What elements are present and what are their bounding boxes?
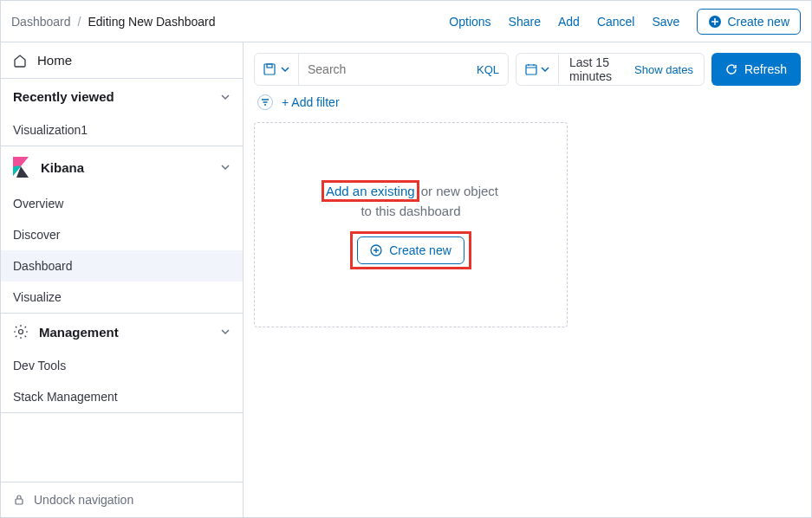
breadcrumb-root[interactable]: Dashboard bbox=[11, 15, 71, 29]
recently-viewed-title: Recently viewed bbox=[13, 89, 114, 104]
chevron-down-icon bbox=[220, 327, 231, 337]
kibana-title: Kibana bbox=[41, 160, 84, 175]
top-actions: Options Share Add Cancel Save Create new bbox=[449, 9, 801, 35]
sidebar-item-overview[interactable]: Overview bbox=[1, 188, 243, 219]
main-panel: KQL Last 15 minutes Show dates Refresh +… bbox=[244, 42, 811, 517]
sidebar-item-visualize[interactable]: Visualize bbox=[1, 282, 243, 313]
sidebar-item-discover[interactable]: Discover bbox=[1, 219, 243, 250]
recently-viewed-item[interactable]: Visualization1 bbox=[1, 114, 243, 146]
top-bar: Dashboard / Editing New Dashboard Option… bbox=[1, 1, 811, 42]
dropzone-create-new-label: Create new bbox=[389, 243, 451, 257]
kibana-header[interactable]: Kibana bbox=[1, 146, 243, 188]
save-query-icon bbox=[263, 63, 276, 75]
undock-navigation[interactable]: Undock navigation bbox=[1, 482, 243, 517]
create-new-highlight: Create new bbox=[352, 233, 470, 268]
share-link[interactable]: Share bbox=[509, 15, 541, 29]
lock-icon bbox=[13, 494, 25, 506]
chevron-down-icon bbox=[220, 92, 231, 102]
chevron-down-icon bbox=[541, 65, 549, 74]
filter-options-icon[interactable] bbox=[257, 94, 273, 110]
management-header[interactable]: Management bbox=[1, 314, 243, 350]
add-existing-link[interactable]: Add an existing bbox=[323, 182, 418, 200]
svg-rect-4 bbox=[267, 64, 272, 68]
sidebar-item-devtools[interactable]: Dev Tools bbox=[1, 350, 243, 381]
recently-viewed-header[interactable]: Recently viewed bbox=[1, 79, 243, 114]
cancel-link[interactable]: Cancel bbox=[597, 15, 635, 29]
chevron-down-icon bbox=[220, 162, 231, 172]
dropzone-text: Add an existing or new object to this da… bbox=[323, 182, 498, 221]
saved-query-button[interactable] bbox=[255, 54, 299, 85]
sidebar-item-dashboard[interactable]: Dashboard bbox=[1, 250, 243, 282]
management-title: Management bbox=[39, 325, 119, 340]
show-dates-link[interactable]: Show dates bbox=[624, 63, 704, 76]
home-icon bbox=[13, 54, 27, 68]
dropzone-text-or-new: or new object bbox=[418, 184, 498, 198]
query-bar: KQL Last 15 minutes Show dates Refresh bbox=[254, 53, 801, 86]
dropzone-text-line2: to this dashboard bbox=[361, 204, 460, 218]
breadcrumb-current: Editing New Dashboard bbox=[88, 15, 215, 29]
svg-rect-5 bbox=[526, 65, 536, 74]
add-filter-link[interactable]: + Add filter bbox=[282, 95, 340, 109]
undock-label: Undock navigation bbox=[34, 493, 133, 507]
dashboard-dropzone: Add an existing or new object to this da… bbox=[254, 122, 568, 327]
sidebar-item-stack-management[interactable]: Stack Management bbox=[1, 381, 243, 412]
kibana-logo-icon bbox=[13, 157, 30, 178]
create-new-button[interactable]: Create new bbox=[697, 9, 801, 35]
svg-point-1 bbox=[19, 330, 23, 334]
add-link[interactable]: Add bbox=[558, 15, 580, 29]
sidebar-home[interactable]: Home bbox=[1, 42, 243, 78]
svg-rect-2 bbox=[16, 499, 23, 504]
filter-bar: + Add filter bbox=[254, 93, 801, 119]
dropzone-create-new-button[interactable]: Create new bbox=[357, 236, 464, 264]
breadcrumb: Dashboard / Editing New Dashboard bbox=[11, 15, 215, 29]
calendar-icon bbox=[525, 63, 537, 75]
gear-icon bbox=[13, 324, 29, 340]
svg-rect-3 bbox=[264, 64, 275, 74]
kql-toggle[interactable]: KQL bbox=[468, 63, 508, 76]
save-link[interactable]: Save bbox=[652, 15, 679, 29]
date-picker: Last 15 minutes Show dates bbox=[516, 53, 705, 86]
options-link[interactable]: Options bbox=[449, 15, 490, 29]
refresh-label: Refresh bbox=[744, 62, 787, 76]
create-new-label: Create new bbox=[727, 15, 789, 29]
plus-circle-icon bbox=[708, 15, 722, 29]
breadcrumb-separator: / bbox=[78, 15, 81, 29]
content-area: Home Recently viewed Visualization1 Kiba… bbox=[1, 42, 811, 517]
plus-circle-icon bbox=[370, 244, 382, 256]
refresh-icon bbox=[725, 63, 737, 75]
sidebar: Home Recently viewed Visualization1 Kiba… bbox=[1, 42, 244, 517]
chevron-down-icon bbox=[281, 65, 289, 74]
refresh-button[interactable]: Refresh bbox=[711, 53, 801, 86]
date-range-text[interactable]: Last 15 minutes bbox=[559, 55, 624, 83]
search-input[interactable] bbox=[299, 62, 468, 76]
calendar-button[interactable] bbox=[516, 54, 559, 85]
search-box: KQL bbox=[254, 53, 509, 86]
sidebar-home-label: Home bbox=[37, 53, 72, 68]
